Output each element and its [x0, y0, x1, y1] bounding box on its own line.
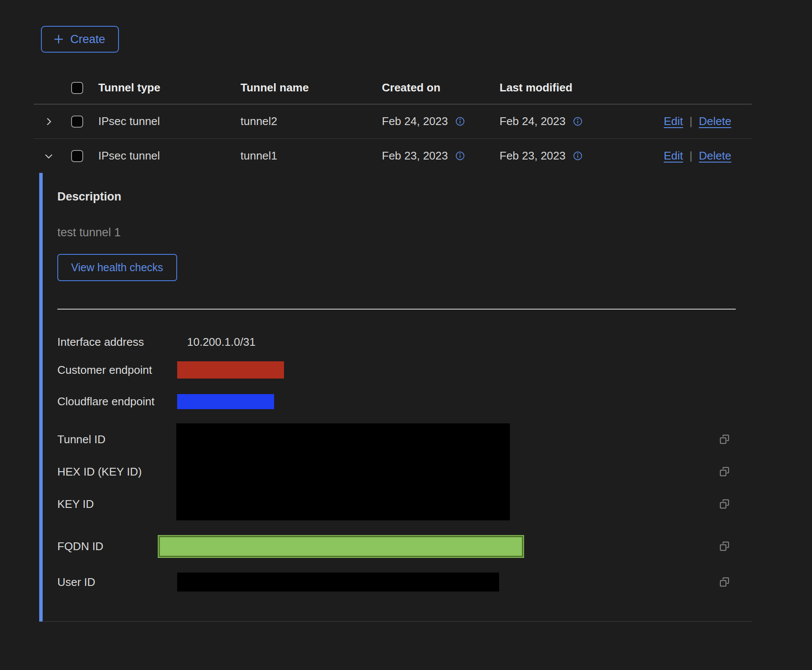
- key-id-label: KEY ID: [57, 498, 94, 511]
- info-icon[interactable]: [455, 151, 465, 161]
- user-id-row: User ID: [57, 573, 752, 592]
- tunnel-name-cell: tunnel2: [240, 115, 382, 128]
- create-button[interactable]: Create: [41, 26, 119, 53]
- select-all-checkbox[interactable]: [71, 82, 83, 94]
- column-header-tunnel-type: Tunnel type: [98, 81, 240, 94]
- action-separator: |: [690, 115, 693, 128]
- tunnel-id-label: Tunnel ID: [57, 433, 106, 446]
- fqdn-id-row: FQDN ID: [57, 536, 752, 557]
- column-header-tunnel-name: Tunnel name: [240, 81, 382, 94]
- chevron-right-icon: [43, 116, 54, 127]
- copy-user-id-button[interactable]: [719, 576, 731, 588]
- delete-link[interactable]: Delete: [699, 149, 731, 163]
- created-on-cell: Feb 23, 2023: [382, 149, 448, 163]
- description-label: Description: [57, 190, 752, 204]
- collapse-row-button[interactable]: [43, 150, 54, 162]
- copy-tunnel-id-button[interactable]: [719, 434, 731, 445]
- copy-icon: [719, 434, 731, 445]
- info-icon[interactable]: [455, 116, 465, 126]
- edit-link[interactable]: Edit: [664, 149, 683, 163]
- chevron-down-icon: [43, 150, 54, 162]
- copy-icon: [719, 576, 731, 588]
- interface-address-value: 10.200.1.0/31: [187, 335, 256, 349]
- row-checkbox[interactable]: [71, 150, 83, 162]
- tunnel-type-cell: IPsec tunnel: [98, 149, 240, 163]
- tunnel-name-cell: tunnel1: [240, 149, 382, 163]
- copy-fqdn-id-button[interactable]: [719, 541, 731, 552]
- user-id-redacted-value: [177, 573, 499, 592]
- customer-endpoint-row: Customer endpoint: [57, 361, 752, 379]
- column-header-created-on: Created on: [382, 81, 500, 94]
- info-icon[interactable]: [573, 151, 583, 161]
- action-separator: |: [690, 149, 693, 163]
- copy-icon: [719, 541, 731, 552]
- last-modified-cell: Feb 23, 2023: [500, 149, 565, 163]
- table-row: IPsec tunnel tunnel1 Feb 23, 2023 Feb 23…: [34, 139, 752, 173]
- last-modified-cell: Feb 24, 2023: [500, 115, 565, 128]
- fqdn-id-redacted-value: [159, 536, 523, 557]
- cloudflare-endpoint-redacted-value: [177, 394, 274, 409]
- hex-id-row: HEX ID (KEY ID): [57, 456, 752, 488]
- row-checkbox[interactable]: [71, 116, 83, 128]
- column-header-last-modified: Last modified: [500, 81, 664, 94]
- plus-icon: [53, 34, 64, 45]
- interface-address-label: Interface address: [57, 335, 177, 349]
- key-id-row: KEY ID: [57, 488, 752, 520]
- interface-address-row: Interface address 10.200.1.0/31: [57, 335, 752, 349]
- description-value: test tunnel 1: [57, 226, 752, 239]
- table-header-row: Tunnel type Tunnel name Created on Last …: [34, 72, 752, 104]
- tunnel-id-row: Tunnel ID: [57, 423, 752, 456]
- customer-endpoint-label: Customer endpoint: [57, 363, 177, 377]
- tunnels-table: Tunnel type Tunnel name Created on Last …: [34, 72, 752, 622]
- create-button-label: Create: [70, 32, 105, 46]
- user-id-label: User ID: [57, 576, 177, 589]
- view-health-checks-button[interactable]: View health checks: [57, 254, 177, 281]
- delete-link[interactable]: Delete: [699, 115, 731, 128]
- cloudflare-endpoint-label: Cloudflare endpoint: [57, 395, 177, 408]
- copy-key-id-button[interactable]: [719, 498, 731, 510]
- tunnel-details-panel: Description test tunnel 1 View health ch…: [39, 173, 752, 622]
- copy-icon: [719, 498, 731, 510]
- tunnel-type-cell: IPsec tunnel: [98, 115, 240, 128]
- edit-link[interactable]: Edit: [664, 115, 683, 128]
- section-divider: [57, 309, 736, 310]
- created-on-cell: Feb 24, 2023: [382, 115, 448, 128]
- customer-endpoint-redacted-value: [177, 361, 284, 379]
- expand-row-button[interactable]: [43, 116, 54, 127]
- cloudflare-endpoint-row: Cloudflare endpoint: [57, 394, 752, 409]
- info-icon[interactable]: [573, 116, 583, 126]
- hex-id-label: HEX ID (KEY ID): [57, 465, 142, 479]
- table-row: IPsec tunnel tunnel2 Feb 24, 2023 Feb 24…: [34, 104, 752, 139]
- tunnel-ids-group: Tunnel ID HEX ID (KEY ID): [57, 423, 752, 520]
- copy-icon: [719, 466, 731, 478]
- copy-hex-id-button[interactable]: [719, 466, 731, 478]
